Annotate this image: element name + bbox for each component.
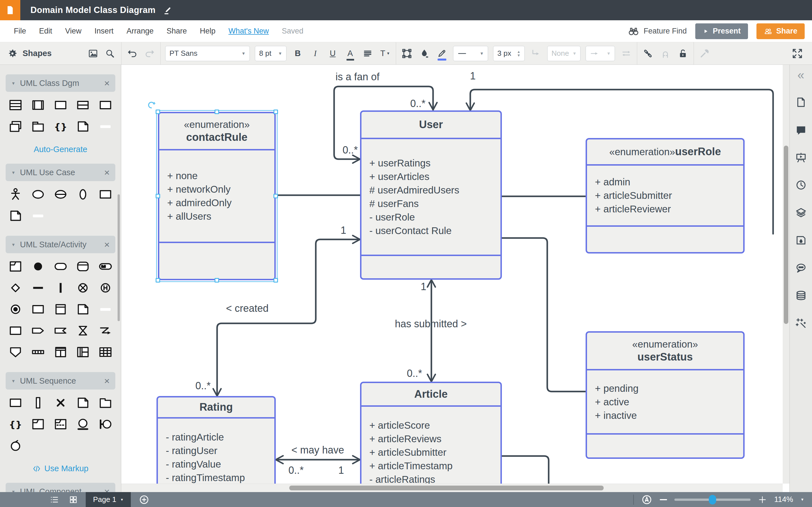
menu-item-file[interactable]: File (7, 27, 33, 36)
menu-item-arrange[interactable]: Arrange (120, 27, 160, 36)
shape-package-icon[interactable] (30, 118, 46, 135)
shape-ellipse-icon[interactable] (30, 186, 46, 203)
zoom-fit-icon[interactable] (641, 494, 652, 505)
page-list-icon[interactable] (50, 495, 59, 504)
asset-panel-icon[interactable] (795, 234, 807, 246)
lock-button[interactable] (677, 46, 689, 61)
connector-may-have[interactable]: < may have0..*1 (276, 444, 360, 476)
share-button[interactable]: Share (756, 23, 805, 39)
shape-frame-tab-icon[interactable] (30, 416, 46, 432)
close-icon[interactable]: × (104, 376, 110, 386)
rename-pencil-icon[interactable] (163, 5, 172, 15)
insert-image-button[interactable] (87, 46, 99, 61)
selection-handle[interactable] (214, 278, 219, 283)
shape-seg-bar-icon[interactable] (30, 344, 46, 360)
shape-frame-dotted-icon[interactable] (52, 416, 69, 432)
use-markup-link[interactable]: Use Markup (0, 464, 121, 473)
history-panel-icon[interactable] (795, 179, 807, 191)
shape-note-icon[interactable] (7, 208, 24, 224)
comment-panel-icon[interactable] (795, 262, 807, 274)
shape-actor-icon[interactable] (7, 186, 24, 203)
auto-generate-link[interactable]: Auto-Generate (0, 145, 121, 154)
fill-color-button[interactable] (418, 46, 430, 61)
close-icon[interactable]: × (104, 240, 110, 249)
present-button[interactable]: Present (695, 23, 748, 39)
shape-diamond-icon[interactable] (7, 280, 24, 296)
fullscreen-button[interactable] (791, 46, 804, 61)
align-button[interactable] (361, 46, 374, 61)
close-icon[interactable]: × (104, 487, 110, 492)
font-size-select[interactable]: 8 pt▼ (255, 46, 287, 61)
underline-button[interactable]: U (326, 46, 339, 61)
selection-handle[interactable] (273, 194, 278, 198)
collapse-panel-icon[interactable]: « (797, 69, 804, 80)
uml-class-User[interactable]: User+ userRatings+ userArticles# userAdm… (360, 110, 502, 280)
shape-filled-circle-icon[interactable] (30, 258, 46, 275)
uml-class-Rating[interactable]: Rating- ratingArticle- ratingUser- ratin… (156, 396, 276, 484)
shape-text-line-icon[interactable] (30, 208, 46, 224)
shape-signal-send-icon[interactable] (30, 323, 46, 339)
shape-round-rect-split-icon[interactable] (75, 258, 91, 275)
palette-section-header[interactable]: ▼UML Component× (6, 483, 115, 492)
shape-bullseye-icon[interactable] (7, 301, 24, 318)
shape-entity-icon[interactable] (75, 416, 91, 432)
selection-handle[interactable] (156, 278, 160, 283)
gear-icon[interactable] (7, 48, 17, 59)
shape-frame-tab-icon[interactable] (7, 258, 24, 275)
connector-has-submitted[interactable]: 1has submitted >0..* (395, 280, 467, 382)
selection-handle[interactable] (273, 110, 278, 114)
shape-style-button[interactable] (401, 46, 413, 61)
shape-table-grid-icon[interactable] (97, 344, 114, 360)
shape-note-icon[interactable] (75, 395, 91, 411)
close-icon[interactable]: × (104, 78, 110, 88)
shape-note-icon[interactable] (75, 301, 91, 318)
rotate-handle-icon[interactable] (146, 99, 157, 111)
connector-user-status-link[interactable] (502, 238, 586, 392)
page-tab[interactable]: Page 1 ▼ (86, 492, 131, 507)
shape-oval-tall-icon[interactable] (75, 186, 91, 203)
shape-rect-split-icon[interactable] (75, 97, 91, 113)
shape-ellipse-split-icon[interactable] (52, 186, 69, 203)
menu-item-edit[interactable]: Edit (33, 27, 59, 36)
shape-class-list-icon[interactable] (7, 97, 24, 113)
shape-round-rect-icon-icon[interactable] (97, 258, 114, 275)
shape-hourglass-icon[interactable] (75, 323, 91, 339)
search-shapes-button[interactable] (104, 46, 116, 61)
uml-class-userStatus[interactable]: «enumeration»userStatus+ pending+ active… (586, 331, 745, 459)
line-color-button[interactable] (436, 46, 448, 61)
uml-class-contactRule[interactable]: «enumeration»contactRule+ none+ networkO… (158, 112, 276, 280)
text-color-button[interactable]: A (344, 46, 356, 61)
shape-boundary-icon[interactable] (97, 416, 114, 432)
shape-rect-icon[interactable] (97, 97, 114, 113)
document-panel-icon[interactable] (795, 96, 807, 108)
diagram-canvas[interactable]: is a fan of0..*0..*11< created0..*1has s… (121, 65, 790, 492)
zoom-out-button[interactable] (660, 499, 667, 500)
zoom-in-button[interactable] (758, 495, 767, 504)
shape-round-rect-icon[interactable] (52, 258, 69, 275)
shape-circle-h-icon[interactable] (97, 280, 114, 296)
shape-shield-icon[interactable] (7, 344, 24, 360)
shape-zigzag-icon[interactable] (97, 323, 114, 339)
shape-folder-icon[interactable] (97, 395, 114, 411)
magic-panel-icon[interactable] (795, 317, 807, 329)
menu-item-view[interactable]: View (59, 27, 88, 36)
hyperlink-button[interactable] (642, 46, 654, 61)
undo-button[interactable] (126, 46, 139, 61)
data-panel-icon[interactable] (795, 290, 807, 301)
uml-class-Article[interactable]: Article+ articleScore+ articleReviews+ a… (360, 382, 502, 484)
shape-rect-icon[interactable] (97, 186, 114, 203)
menu-item-share[interactable]: Share (160, 27, 193, 36)
shape-rect-icon[interactable] (7, 323, 24, 339)
menu-item-whats-new[interactable]: What's New (222, 27, 275, 36)
shape-rect-icon[interactable] (30, 301, 46, 318)
app-logo[interactable] (0, 0, 20, 20)
shape-signal-receive-icon[interactable] (52, 323, 69, 339)
sidebar-scrollbar[interactable] (117, 194, 120, 321)
line-style-select[interactable]: ▼ (453, 46, 488, 61)
shape-copies-icon[interactable] (7, 118, 24, 135)
shape-circle-x-icon[interactable] (75, 280, 91, 296)
shape-rect-icon[interactable] (7, 395, 24, 411)
italic-button[interactable]: I (309, 46, 321, 61)
canvas-hscrollbar-track[interactable] (121, 484, 783, 492)
shape-table-cols-icon[interactable] (75, 344, 91, 360)
